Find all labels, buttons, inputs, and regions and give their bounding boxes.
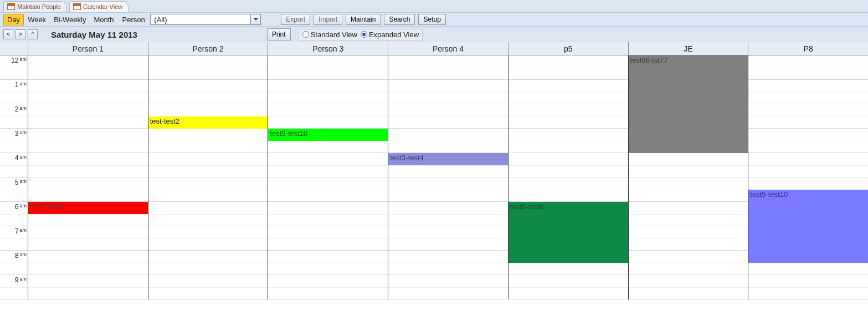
maintain-button[interactable]: Maintain	[346, 14, 381, 25]
time-slot[interactable]	[509, 153, 628, 177]
up-button[interactable]: ^	[28, 29, 38, 39]
time-slot[interactable]	[28, 177, 148, 202]
time-slot[interactable]	[509, 129, 628, 153]
time-slot[interactable]	[268, 177, 388, 202]
day-column[interactable]: test3-test4	[388, 55, 508, 299]
time-slot[interactable]	[148, 226, 268, 251]
time-slot[interactable]	[148, 80, 268, 104]
time-slot[interactable]	[28, 153, 148, 177]
time-slot[interactable]	[509, 275, 628, 299]
time-slot[interactable]	[748, 104, 868, 129]
person-dropdown[interactable]: (All)	[150, 14, 261, 25]
time-slot[interactable]	[28, 226, 148, 251]
doc-tab[interactable]: Maintain People	[3, 1, 67, 12]
time-slot[interactable]	[28, 55, 148, 80]
time-slot[interactable]	[748, 275, 868, 299]
time-slot[interactable]	[268, 202, 388, 226]
calendar-event[interactable]: test-test2	[148, 116, 268, 129]
current-date: Saturday May 11 2013	[51, 30, 137, 39]
day-column[interactable]: test9-test10	[268, 55, 388, 299]
day-column[interactable]: test-test2	[148, 55, 268, 299]
doc-tab[interactable]: Calendar View	[69, 1, 129, 12]
time-slot[interactable]	[148, 275, 268, 299]
time-slot[interactable]	[28, 80, 148, 104]
time-slot[interactable]	[28, 129, 148, 153]
time-slot[interactable]	[629, 251, 748, 275]
time-slot[interactable]	[28, 251, 148, 275]
time-slot[interactable]	[388, 104, 508, 129]
time-slot[interactable]	[268, 226, 388, 251]
range-week-button[interactable]: Week	[24, 14, 50, 26]
calendar: Person 1Person 2Person 3Person 4p5JEP8 1…	[0, 42, 868, 310]
time-slot[interactable]	[388, 251, 508, 275]
export-button[interactable]: Export	[281, 14, 310, 25]
expanded-view-radio[interactable]: Expanded View	[361, 31, 419, 39]
time-slot[interactable]	[748, 153, 868, 177]
time-slot[interactable]	[388, 275, 508, 299]
time-slot[interactable]	[629, 275, 748, 299]
column-header: P8	[748, 42, 868, 55]
time-slot[interactable]	[748, 80, 868, 104]
time-slot[interactable]	[148, 153, 268, 177]
chevron-down-icon	[250, 14, 260, 24]
range-bi-weekly-button[interactable]: Bi-Weekly	[50, 14, 90, 26]
time-slot[interactable]	[388, 129, 508, 153]
time-slot[interactable]	[388, 55, 508, 80]
time-slot[interactable]	[388, 80, 508, 104]
day-column[interactable]: test9-test10	[748, 55, 868, 299]
time-slot[interactable]	[268, 251, 388, 275]
time-slot[interactable]	[148, 129, 268, 153]
calendar-event[interactable]: test7-test8	[28, 202, 148, 214]
setup-button[interactable]: Setup	[418, 14, 445, 25]
calendar-event[interactable]: test9-test10	[268, 129, 388, 141]
time-slot[interactable]	[629, 177, 748, 202]
calendar-event[interactable]: test5-test6	[509, 202, 628, 263]
doc-tab-label: Maintain People	[17, 3, 61, 10]
time-slot[interactable]	[629, 202, 748, 226]
time-slot[interactable]	[509, 55, 628, 80]
time-slot[interactable]	[148, 55, 268, 80]
day-column[interactable]: test7-test8	[28, 55, 148, 299]
time-slot[interactable]	[268, 153, 388, 177]
time-slot[interactable]	[509, 177, 628, 202]
day-column[interactable]: test5-test6	[508, 55, 628, 299]
header-corner	[0, 42, 28, 55]
time-slot[interactable]	[388, 226, 508, 251]
time-slot[interactable]	[509, 104, 628, 129]
time-slot[interactable]	[268, 104, 388, 129]
time-slot[interactable]	[509, 80, 628, 104]
time-slot[interactable]	[268, 80, 388, 104]
time-slot[interactable]	[148, 177, 268, 202]
column-header: Person 3	[268, 42, 388, 55]
import-button[interactable]: Import	[314, 14, 342, 25]
time-slot[interactable]	[148, 202, 268, 226]
time-slot[interactable]	[629, 226, 748, 251]
time-slot[interactable]	[268, 275, 388, 299]
calendar-event[interactable]: test9-test10	[748, 190, 868, 263]
calendar-event[interactable]: test88-tst77	[629, 55, 748, 153]
view-mode-group: Standard View Expanded View	[299, 29, 423, 40]
time-slot[interactable]	[629, 153, 748, 177]
time-slot[interactable]	[748, 55, 868, 80]
search-button[interactable]: Search	[384, 14, 415, 25]
calendar-event[interactable]: test3-test4	[388, 153, 508, 165]
time-slot[interactable]	[28, 275, 148, 299]
time-slot[interactable]	[388, 177, 508, 202]
time-slot[interactable]	[748, 129, 868, 153]
time-slot[interactable]	[268, 55, 388, 80]
time-slot[interactable]	[28, 104, 148, 129]
next-button[interactable]: >	[16, 29, 25, 39]
time-slot[interactable]	[148, 251, 268, 275]
day-column[interactable]: test88-tst77	[628, 55, 748, 299]
form-icon	[7, 3, 15, 10]
column-header: Person 4	[388, 42, 508, 55]
print-button[interactable]: Print	[267, 28, 291, 40]
standard-view-radio[interactable]: Standard View	[302, 31, 357, 39]
calendar-body: 12am1am2am3am4am5am6am7am8am9amtest7-tes…	[0, 55, 868, 299]
time-slot[interactable]	[388, 202, 508, 226]
prev-button[interactable]: <	[3, 29, 13, 39]
range-month-button[interactable]: Month	[90, 14, 117, 26]
range-day-button[interactable]: Day	[3, 14, 24, 26]
doc-tab-label: Calendar View	[83, 3, 122, 10]
calendar-header: Person 1Person 2Person 3Person 4p5JEP8	[0, 42, 868, 55]
